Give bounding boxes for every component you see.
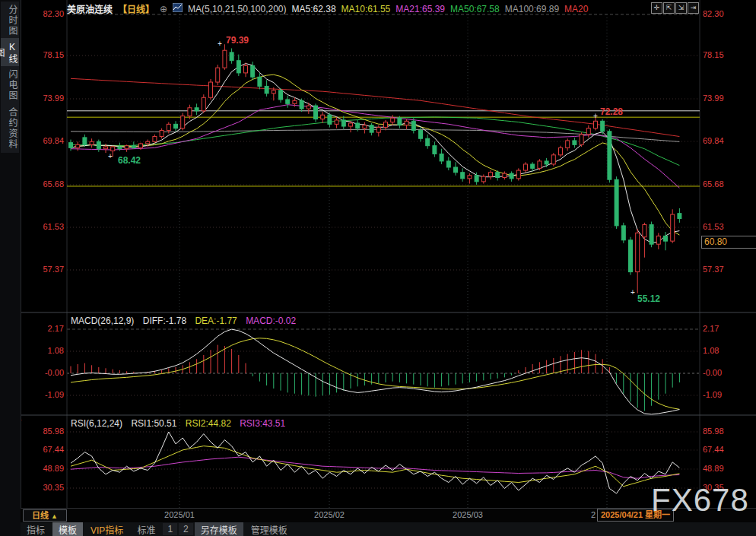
- peak-high-marker: +: [218, 40, 222, 48]
- rsi1-value: RSI1:50.51: [131, 418, 176, 429]
- price-axis-label-right: 61.53: [703, 222, 738, 231]
- macd-axis-label-left: 1.08: [29, 346, 64, 355]
- toolbar-item-1[interactable]: 指标: [21, 522, 51, 536]
- ma-value-label: MA21:65.39: [395, 4, 445, 14]
- window-tool-icons: ✛⇱⇲⇥: [651, 2, 700, 14]
- ma-group-label: MA(5,10,21,50,100,200): [188, 4, 286, 14]
- toolbar-item-3[interactable]: VIP指标: [84, 522, 129, 536]
- peak-high-label: 79.39: [226, 35, 249, 46]
- macd-axis-label-right: 2.17: [703, 324, 738, 333]
- add-indicator-icon[interactable]: ⊕: [160, 4, 167, 14]
- macd-label-row: MACD(26,12,9) DIFF:-1.78 DEA:-1.77 MACD:…: [71, 316, 302, 326]
- ma-value-label: MA20: [564, 4, 588, 14]
- sidebar-tab-3[interactable]: 闪电图: [1, 66, 19, 104]
- sidebar-tab-2[interactable]: K线图: [1, 38, 19, 68]
- macd-dea-value: DEA:-1.77: [195, 316, 237, 326]
- macd-axis-label-right: -0.00: [703, 368, 738, 377]
- ma-value-label: MA5:62.38: [292, 4, 336, 14]
- sidebar: 分时图K线图闪电图合约资料: [0, 0, 21, 536]
- gridlines: [21, 0, 756, 522]
- rsi-axis-label-left: 67.44: [29, 445, 64, 454]
- watermark: FX678: [651, 482, 749, 519]
- early-low-label: 68.42: [118, 155, 141, 166]
- window-tool-icon-2[interactable]: ⇱: [663, 2, 675, 14]
- price-axis-label-left: 57.37: [29, 265, 64, 274]
- crash-low-marker: +: [631, 288, 635, 297]
- macd-title: MACD(26,12,9): [71, 316, 134, 326]
- toolbar-item-4[interactable]: 标准: [131, 522, 161, 536]
- toolbar-item-6[interactable]: 2: [179, 523, 193, 535]
- macd-value: MACD:-0.02: [246, 316, 296, 326]
- date-label: 2025/02: [314, 510, 345, 519]
- price-axis-label-right: 65.68: [703, 179, 738, 189]
- rsi-plot: [71, 432, 679, 493]
- swing-high-label: 72.28: [600, 106, 623, 117]
- rsi2-value: RSI2:44.82: [186, 418, 231, 429]
- bottom-toolbar: 指标模板VIP指标标准12另存模板管理模板: [21, 522, 756, 536]
- price-axis-label-left: 61.53: [29, 222, 64, 231]
- price-axis-label-left: 82.30: [29, 9, 64, 18]
- macd-axis-label-left: -1.09: [29, 390, 64, 399]
- symbol-title: 美原油连续: [67, 2, 113, 15]
- chart-canvas: [0, 0, 756, 536]
- rsi-axis-label-right: 85.98: [703, 427, 738, 436]
- macd-diff-value: DIFF:-1.78: [143, 316, 186, 326]
- macd-axis-label-left: 2.17: [29, 324, 64, 333]
- price-axis-label-right: 78.15: [703, 50, 738, 59]
- swing-high-marker: +: [593, 112, 598, 120]
- price-axis-label-right: 69.84: [703, 136, 738, 145]
- rsi-title: RSI(6,12,24): [71, 418, 122, 429]
- moving-average-lines: [71, 64, 679, 243]
- chart-header: 美原油连续 【日线】 ⊕ MA(5,10,21,50,100,200) MA5:…: [67, 2, 599, 15]
- rsi-axis-label-right: 67.44: [703, 445, 738, 454]
- rsi-label-row: RSI(6,12,24) RSI1:50.51 RSI2:44.82 RSI3:…: [71, 418, 291, 429]
- price-axis-label-left: 65.68: [29, 179, 64, 189]
- rsi3-value: RSI3:43.51: [240, 418, 285, 429]
- toolbar-item-2[interactable]: 模板: [52, 522, 83, 536]
- date-label: 2025/01: [164, 510, 195, 519]
- sidebar-tab-1[interactable]: 分时图: [1, 2, 19, 40]
- ma-value-label: MA10:61.55: [341, 4, 391, 14]
- last-price-badge: 60.80: [701, 236, 756, 249]
- sidebar-tab-4[interactable]: 合约资料: [1, 104, 19, 153]
- candlesticks: [69, 44, 681, 293]
- rsi-axis-label-left: 85.98: [29, 427, 64, 436]
- toolbar-item-5[interactable]: 1: [163, 523, 177, 535]
- price-axis-label-left: 78.15: [29, 50, 64, 59]
- rsi-axis-label-left: 48.89: [29, 464, 64, 473]
- date-label-partial: 2: [591, 510, 596, 519]
- macd-axis-label-right: -1.09: [703, 390, 738, 399]
- period-tag: 【日线】: [118, 2, 154, 15]
- price-axis-label-right: 57.37: [703, 265, 738, 274]
- price-axis-label-right: 73.99: [703, 94, 738, 103]
- macd-plot: [71, 329, 679, 414]
- window-tool-icon-3[interactable]: ⇲: [675, 2, 687, 14]
- price-axis-label-left: 73.99: [29, 94, 64, 103]
- ma-value-label: MA100:69.89: [505, 4, 559, 14]
- price-axis-label-left: 69.84: [29, 136, 64, 145]
- rsi-axis-label-left: 30.35: [29, 483, 64, 492]
- toolbar-item-7[interactable]: 另存模板: [195, 522, 243, 536]
- macd-axis-label-right: 1.08: [703, 346, 738, 355]
- ma-value-label: MA50:67.58: [450, 4, 500, 14]
- ma-values: MA5:62.38MA10:61.55MA21:65.39MA50:67.58M…: [292, 4, 594, 14]
- macd-axis-label-left: -0.00: [29, 368, 64, 377]
- date-axis: 日线 ▲ 2 2025/04/21 星期一 2025/012025/022025…: [21, 508, 756, 523]
- window-tool-icon-1[interactable]: ✛: [651, 2, 662, 14]
- period-selector-label: 日线: [32, 511, 49, 520]
- mini-chart-icon[interactable]: [173, 3, 183, 14]
- price-axis-label-right: 82.30: [703, 9, 738, 18]
- early-low-marker: +: [108, 152, 113, 160]
- rsi-axis-label-right: 48.89: [703, 464, 738, 473]
- period-selector-button[interactable]: 日线 ▲: [23, 509, 67, 522]
- window-tool-icon-4[interactable]: ⇥: [688, 2, 699, 14]
- date-label: 2025/03: [453, 510, 483, 519]
- crash-low-label: 55.12: [637, 293, 660, 304]
- period-selector-arrow-icon: ▲: [51, 512, 58, 520]
- toolbar-item-8[interactable]: 管理模板: [245, 522, 294, 536]
